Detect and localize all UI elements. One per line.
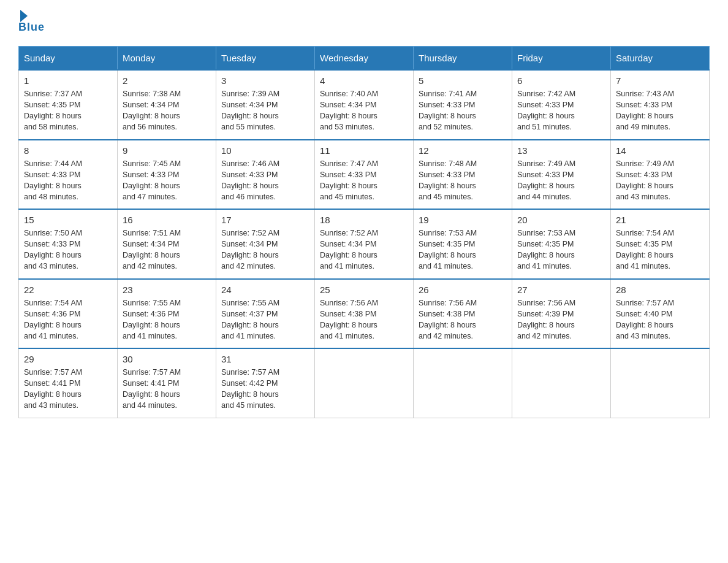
day-number: 18	[320, 215, 408, 225]
weekday-header-sunday: Sunday	[19, 47, 118, 71]
calendar-cell: 22 Sunrise: 7:54 AM Sunset: 4:36 PM Dayl…	[19, 279, 118, 349]
day-number: 11	[320, 145, 408, 156]
calendar-cell: 29 Sunrise: 7:57 AM Sunset: 4:41 PM Dayl…	[19, 348, 118, 418]
day-info: Sunrise: 7:39 AM Sunset: 4:34 PM Dayligh…	[221, 88, 309, 133]
day-info: Sunrise: 7:57 AM Sunset: 4:41 PM Dayligh…	[24, 367, 112, 412]
day-info: Sunrise: 7:49 AM Sunset: 4:33 PM Dayligh…	[517, 158, 605, 203]
day-number: 10	[221, 145, 309, 156]
day-number: 5	[419, 75, 507, 86]
day-info: Sunrise: 7:46 AM Sunset: 4:33 PM Dayligh…	[221, 158, 309, 203]
day-number: 27	[517, 285, 605, 295]
day-number: 7	[616, 75, 704, 86]
calendar-cell	[315, 348, 414, 418]
calendar-header-row: SundayMondayTuesdayWednesdayThursdayFrid…	[19, 47, 710, 71]
day-number: 20	[517, 215, 605, 225]
day-info: Sunrise: 7:48 AM Sunset: 4:33 PM Dayligh…	[419, 158, 507, 203]
day-number: 2	[123, 75, 211, 86]
day-info: Sunrise: 7:45 AM Sunset: 4:33 PM Dayligh…	[123, 158, 211, 203]
day-info: Sunrise: 7:55 AM Sunset: 4:36 PM Dayligh…	[123, 297, 211, 342]
day-info: Sunrise: 7:44 AM Sunset: 4:33 PM Dayligh…	[24, 158, 112, 203]
calendar-cell: 11 Sunrise: 7:47 AM Sunset: 4:33 PM Dayl…	[315, 140, 414, 210]
day-info: Sunrise: 7:40 AM Sunset: 4:34 PM Dayligh…	[320, 88, 408, 133]
calendar-cell: 31 Sunrise: 7:57 AM Sunset: 4:42 PM Dayl…	[216, 348, 315, 418]
calendar-cell: 17 Sunrise: 7:52 AM Sunset: 4:34 PM Dayl…	[216, 209, 315, 279]
day-info: Sunrise: 7:38 AM Sunset: 4:34 PM Dayligh…	[123, 88, 211, 133]
day-info: Sunrise: 7:52 AM Sunset: 4:34 PM Dayligh…	[221, 228, 309, 272]
day-number: 31	[221, 354, 309, 364]
day-info: Sunrise: 7:57 AM Sunset: 4:41 PM Dayligh…	[123, 367, 211, 412]
calendar-cell: 2 Sunrise: 7:38 AM Sunset: 4:34 PM Dayli…	[118, 70, 216, 140]
day-number: 14	[616, 145, 704, 156]
day-info: Sunrise: 7:53 AM Sunset: 4:35 PM Dayligh…	[517, 228, 605, 272]
day-info: Sunrise: 7:37 AM Sunset: 4:35 PM Dayligh…	[24, 88, 112, 133]
day-info: Sunrise: 7:43 AM Sunset: 4:33 PM Dayligh…	[616, 88, 704, 133]
day-number: 24	[221, 285, 309, 295]
day-info: Sunrise: 7:50 AM Sunset: 4:33 PM Dayligh…	[24, 228, 112, 272]
day-info: Sunrise: 7:49 AM Sunset: 4:33 PM Dayligh…	[616, 158, 704, 203]
day-number: 3	[221, 75, 309, 86]
day-number: 1	[24, 75, 112, 86]
weekday-header-friday: Friday	[512, 47, 611, 71]
logo-underline: Blue	[18, 21, 45, 34]
calendar-cell: 7 Sunrise: 7:43 AM Sunset: 4:33 PM Dayli…	[611, 70, 710, 140]
day-info: Sunrise: 7:55 AM Sunset: 4:37 PM Dayligh…	[221, 297, 309, 342]
calendar-week-row: 8 Sunrise: 7:44 AM Sunset: 4:33 PM Dayli…	[19, 140, 710, 210]
day-number: 21	[616, 215, 704, 225]
calendar-cell: 15 Sunrise: 7:50 AM Sunset: 4:33 PM Dayl…	[19, 209, 118, 279]
day-number: 22	[24, 285, 112, 295]
calendar-cell: 25 Sunrise: 7:56 AM Sunset: 4:38 PM Dayl…	[315, 279, 414, 349]
day-number: 17	[221, 215, 309, 225]
logo-arrow-icon	[20, 10, 28, 22]
day-info: Sunrise: 7:47 AM Sunset: 4:33 PM Dayligh…	[320, 158, 408, 203]
day-number: 25	[320, 285, 408, 295]
day-info: Sunrise: 7:42 AM Sunset: 4:33 PM Dayligh…	[517, 88, 605, 133]
day-info: Sunrise: 7:51 AM Sunset: 4:34 PM Dayligh…	[123, 228, 211, 272]
calendar-cell: 4 Sunrise: 7:40 AM Sunset: 4:34 PM Dayli…	[315, 70, 414, 140]
page-header: Blue	[18, 12, 710, 34]
calendar-cell: 3 Sunrise: 7:39 AM Sunset: 4:34 PM Dayli…	[216, 70, 315, 140]
day-info: Sunrise: 7:53 AM Sunset: 4:35 PM Dayligh…	[419, 228, 507, 272]
calendar-week-row: 1 Sunrise: 7:37 AM Sunset: 4:35 PM Dayli…	[19, 70, 710, 140]
calendar-cell: 27 Sunrise: 7:56 AM Sunset: 4:39 PM Dayl…	[512, 279, 611, 349]
weekday-header-monday: Monday	[118, 47, 216, 71]
weekday-header-saturday: Saturday	[611, 47, 710, 71]
calendar-cell: 9 Sunrise: 7:45 AM Sunset: 4:33 PM Dayli…	[118, 140, 216, 210]
calendar-cell: 8 Sunrise: 7:44 AM Sunset: 4:33 PM Dayli…	[19, 140, 118, 210]
day-number: 8	[24, 145, 112, 156]
day-number: 15	[24, 215, 112, 225]
calendar-cell: 20 Sunrise: 7:53 AM Sunset: 4:35 PM Dayl…	[512, 209, 611, 279]
day-info: Sunrise: 7:57 AM Sunset: 4:42 PM Dayligh…	[221, 367, 309, 412]
calendar-cell	[512, 348, 611, 418]
calendar-cell: 12 Sunrise: 7:48 AM Sunset: 4:33 PM Dayl…	[414, 140, 512, 210]
weekday-header-wednesday: Wednesday	[315, 47, 414, 71]
calendar-cell: 19 Sunrise: 7:53 AM Sunset: 4:35 PM Dayl…	[414, 209, 512, 279]
day-number: 23	[123, 285, 211, 295]
day-number: 13	[517, 145, 605, 156]
calendar-cell	[611, 348, 710, 418]
calendar-week-row: 15 Sunrise: 7:50 AM Sunset: 4:33 PM Dayl…	[19, 209, 710, 279]
day-number: 28	[616, 285, 704, 295]
day-info: Sunrise: 7:56 AM Sunset: 4:38 PM Dayligh…	[320, 297, 408, 342]
day-info: Sunrise: 7:57 AM Sunset: 4:40 PM Dayligh…	[616, 297, 704, 342]
day-info: Sunrise: 7:56 AM Sunset: 4:39 PM Dayligh…	[517, 297, 605, 342]
calendar-cell: 5 Sunrise: 7:41 AM Sunset: 4:33 PM Dayli…	[414, 70, 512, 140]
day-number: 30	[123, 354, 211, 364]
day-info: Sunrise: 7:54 AM Sunset: 4:35 PM Dayligh…	[616, 228, 704, 272]
day-info: Sunrise: 7:54 AM Sunset: 4:36 PM Dayligh…	[24, 297, 112, 342]
weekday-header-thursday: Thursday	[414, 47, 512, 71]
day-info: Sunrise: 7:52 AM Sunset: 4:34 PM Dayligh…	[320, 228, 408, 272]
calendar-cell: 10 Sunrise: 7:46 AM Sunset: 4:33 PM Dayl…	[216, 140, 315, 210]
day-number: 26	[419, 285, 507, 295]
day-info: Sunrise: 7:56 AM Sunset: 4:38 PM Dayligh…	[419, 297, 507, 342]
calendar-cell: 26 Sunrise: 7:56 AM Sunset: 4:38 PM Dayl…	[414, 279, 512, 349]
calendar-cell: 6 Sunrise: 7:42 AM Sunset: 4:33 PM Dayli…	[512, 70, 611, 140]
calendar-cell: 30 Sunrise: 7:57 AM Sunset: 4:41 PM Dayl…	[118, 348, 216, 418]
calendar-cell: 24 Sunrise: 7:55 AM Sunset: 4:37 PM Dayl…	[216, 279, 315, 349]
day-info: Sunrise: 7:41 AM Sunset: 4:33 PM Dayligh…	[419, 88, 507, 133]
calendar-cell: 28 Sunrise: 7:57 AM Sunset: 4:40 PM Dayl…	[611, 279, 710, 349]
day-number: 29	[24, 354, 112, 364]
day-number: 12	[419, 145, 507, 156]
calendar-week-row: 22 Sunrise: 7:54 AM Sunset: 4:36 PM Dayl…	[19, 279, 710, 349]
weekday-header-tuesday: Tuesday	[216, 47, 315, 71]
calendar-table: SundayMondayTuesdayWednesdayThursdayFrid…	[18, 46, 710, 418]
